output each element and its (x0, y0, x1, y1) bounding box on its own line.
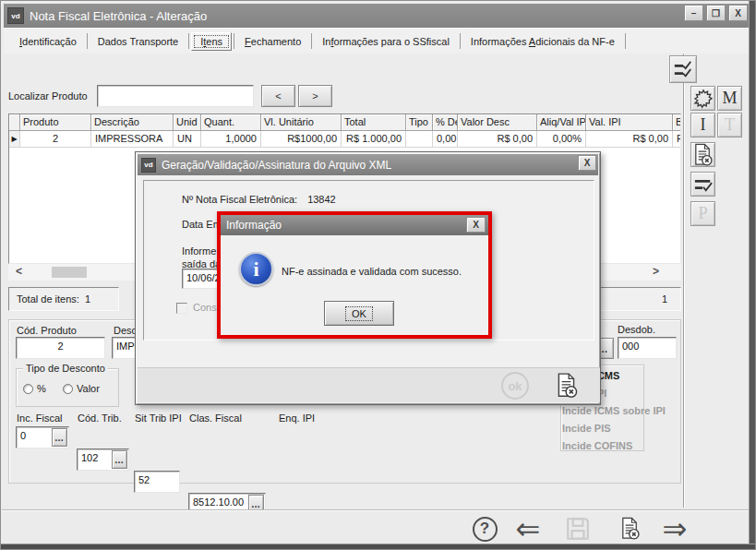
info-dialog-close-button[interactable]: X (466, 217, 486, 233)
i-button[interactable]: I (690, 113, 715, 138)
grid-header-Total: Total (342, 114, 406, 131)
grid-data-row[interactable]: ▶2IMPRESSORAUN1,0000R$1000,00R$ 1.000,00… (9, 131, 680, 148)
tab-dados-transporte[interactable]: Dados Transporte (90, 33, 186, 50)
tab-separator (234, 33, 234, 49)
m-button[interactable]: M (717, 86, 742, 111)
xml-cancel-icon[interactable] (554, 372, 580, 400)
browse-button[interactable]: … (112, 450, 127, 469)
window-bottom-edge (1, 544, 755, 549)
scroll-thumb[interactable] (52, 267, 87, 278)
seal-icon (693, 89, 714, 109)
grid-cell: R$ 1.000,00 (342, 131, 406, 148)
scroll-left-icon[interactable]: < (16, 265, 22, 278)
grid-header-% Desc: % Desc (433, 114, 458, 131)
checklist-icon (673, 59, 693, 79)
p-button: P (690, 201, 715, 226)
grid-cell: R$1000,00 (261, 131, 342, 148)
info-ok-button[interactable]: OK (324, 301, 394, 326)
grid-header-Vl. Unitário: Vl. Unitário (261, 114, 342, 131)
grid-cell: IMPRESSORA (91, 131, 174, 148)
tipo-desconto-label: Tipo de Desconto (23, 363, 108, 374)
xml-dialog-footer: ok (138, 367, 600, 402)
floppy-icon (565, 516, 591, 542)
window-title: Nota Fiscal Eletrônica - Alteração (30, 9, 207, 23)
cod-produto-input[interactable]: 2 (16, 337, 105, 359)
check-line-icon (693, 175, 714, 194)
nfe-number-value: 13842 (307, 194, 336, 205)
localizar-produto-input[interactable] (97, 85, 254, 107)
app-icon: vd (7, 7, 24, 24)
tab-separator (188, 33, 189, 49)
grid-header-Valor Desc: Valor Desc (458, 114, 537, 131)
browse-button[interactable]: … (52, 428, 67, 447)
content-toolbar-divider (683, 54, 685, 508)
grid-cell: 2 (20, 131, 91, 148)
xml-dialog-titlebar: vd Geração/Validação/Assinatura do Arqui… (138, 154, 598, 175)
close-button[interactable]: X (728, 5, 748, 21)
validate-items-button[interactable] (669, 55, 697, 83)
grid-cell (406, 131, 433, 148)
letter-glyph: P (698, 204, 707, 223)
next-product-button[interactable]: > (298, 85, 332, 107)
window-right-edge (749, 1, 755, 549)
tab-informa-es-para-o-ssfiscal[interactable]: Informações para o SSfiscal (314, 33, 458, 50)
field-input-c-d-trib-[interactable]: 102… (77, 448, 129, 471)
radio-valor[interactable] (63, 384, 73, 394)
info-message: NF-e assinada e validada com sucesso. (282, 266, 462, 277)
field-label: Inc. Fiscal (17, 412, 63, 424)
scroll-right-icon[interactable]: > (653, 265, 659, 278)
desdob-input[interactable]: 000 (618, 337, 677, 359)
total-items-label: Total de itens: (17, 293, 79, 305)
xml-ok-button[interactable]: ok (501, 372, 529, 400)
grid-cell: UN (174, 131, 201, 148)
grid-header-Base I: Base I (673, 114, 681, 131)
cancel-document-button[interactable] (690, 142, 715, 167)
field-label: Sit Trib IPI (135, 412, 182, 424)
grid-header-marker (9, 114, 20, 131)
letter-glyph: T (725, 115, 735, 135)
doc-x-icon (618, 517, 642, 541)
considerar-checkbox-label: Consi (193, 302, 219, 313)
radio-percent[interactable] (23, 384, 33, 394)
maximize-button[interactable]: ❐ (706, 5, 726, 21)
localizar-produto-label: Localizar Produto (8, 90, 88, 102)
grid-header-Descrição: Descrição (91, 114, 174, 131)
xml-dialog-close-button[interactable]: X (578, 155, 596, 171)
total-items-count: 1 (85, 293, 90, 305)
next-button[interactable]: ⇒ (654, 514, 695, 544)
help-button[interactable]: ? (464, 514, 505, 544)
tab-fechamento[interactable]: Fechamento (236, 33, 309, 50)
field-input-sit-trib-ipi[interactable]: 52 (134, 471, 180, 493)
confirm-list-button[interactable] (690, 172, 715, 197)
row-marker-icon: ▶ (9, 131, 20, 148)
incide-item-incide-icms-sobre-ipi: Incide ICMS sobre IPI (562, 405, 666, 416)
xml-dialog-title: Geração/Validação/Assinatura do Arquivo … (162, 159, 391, 172)
cod-produto-label: Cód. Produto (17, 325, 77, 336)
field-label: Enq. IPI (279, 412, 315, 424)
tab-identifica-o[interactable]: Identificação (11, 33, 85, 50)
tab-informa-es-adicionais-da-nf-e[interactable]: Informações Adicionais da NF-e (462, 33, 623, 50)
grid-header-Tipo: Tipo (406, 114, 433, 131)
field-label: Clas. Fiscal (189, 412, 242, 424)
prev-product-button[interactable]: < (261, 85, 295, 107)
seal-button[interactable] (690, 86, 715, 111)
tab-bar: IdentificaçãoDados TransporteItensFecham… (4, 28, 749, 54)
field-input-inc-fiscal[interactable]: 0… (16, 426, 69, 448)
doc-x-icon (691, 143, 714, 167)
save-button (558, 514, 598, 544)
letter-glyph: M (722, 89, 737, 108)
cancel-button[interactable] (609, 514, 650, 544)
window-controls: – ❐ X (684, 5, 748, 21)
minimize-button[interactable]: – (684, 5, 703, 21)
grid-cell: 0,00 (433, 131, 458, 148)
info-icon: i (239, 252, 273, 286)
arrow-icon: ⇒ (663, 514, 688, 544)
grid-header-Aliq/Val IPI: Aliq/Val IPI (537, 114, 586, 131)
considerar-checkbox[interactable] (176, 303, 187, 314)
tab-itens[interactable]: Itens (191, 32, 232, 51)
grid-cell: 1,0000 (201, 131, 261, 148)
tab-separator (625, 33, 626, 49)
tab-separator (460, 33, 461, 49)
incide-item-incide-cofins: Incide COFINS (562, 440, 632, 451)
previous-button[interactable]: ⇐ (508, 514, 548, 544)
